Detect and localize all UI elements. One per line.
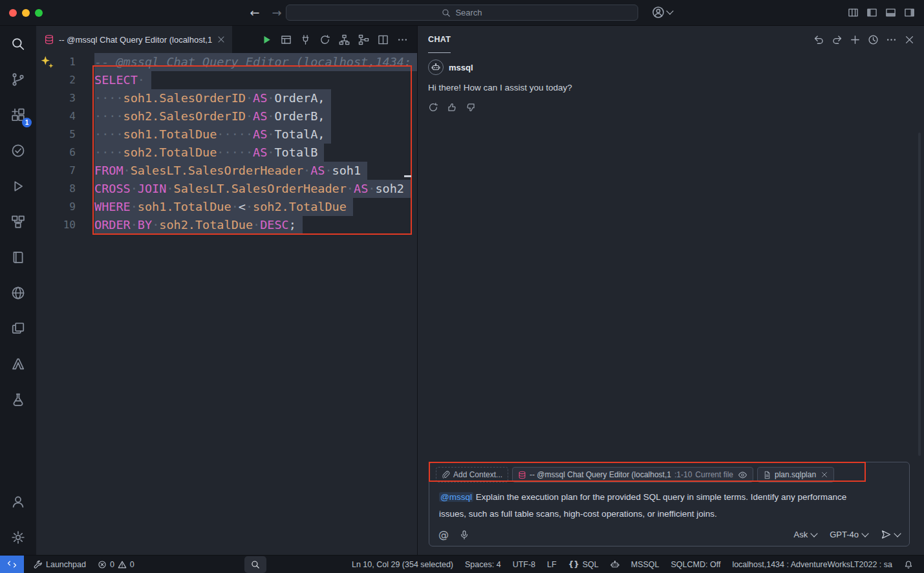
line-number: 4 (36, 107, 94, 125)
context-pill-current-file[interactable]: -- @mssql Chat Query Editor (localhost,1… (512, 467, 753, 482)
checklist-icon (11, 144, 25, 158)
cursor-position-status[interactable]: Ln 10, Col 29 (354 selected) (346, 556, 459, 573)
change-connection-icon[interactable] (319, 34, 330, 45)
chevron-down-icon (811, 530, 818, 537)
toggle-secondary-sidebar-icon[interactable] (904, 7, 915, 18)
close-window-button[interactable] (9, 9, 17, 17)
activity-top: 1 (0, 26, 36, 417)
toggle-sidebar-icon[interactable] (866, 7, 877, 18)
actual-plan-icon[interactable] (358, 34, 369, 45)
mssql-status[interactable]: MSSQL (625, 556, 665, 573)
connect-icon[interactable] (300, 34, 311, 45)
mention-icon[interactable]: @ (438, 530, 449, 540)
connection-status[interactable]: localhost,1434 : AdventureWorksLT2022 : … (726, 556, 898, 573)
code-editor[interactable]: 1-- @mssql Chat Query Editor (localhost,… (36, 53, 417, 555)
line-number: 10 (36, 216, 94, 234)
code-line[interactable]: 6····soh2.TotalDue·····AS·TotalB (36, 144, 417, 162)
scrollbar[interactable] (918, 133, 921, 456)
activity-item-remote-explorer[interactable] (0, 204, 36, 239)
model-dropdown[interactable]: GPT-4o (830, 530, 868, 539)
activity-item-github[interactable] (0, 275, 36, 310)
code-line[interactable]: 9WHERE·soh1.TotalDue·<·soh2.TotalDue (36, 198, 417, 216)
language-mode-status[interactable]: {}SQL (563, 556, 605, 573)
close-tab-icon[interactable] (217, 35, 226, 44)
code-line[interactable]: 10ORDER·BY·soh2.TotalDue·DESC; (36, 216, 417, 234)
warning-icon (118, 560, 127, 569)
activity-item-editor-copy[interactable] (0, 310, 36, 346)
notebook-icon (11, 250, 25, 265)
notifications-status[interactable] (898, 556, 919, 573)
more-actions-icon[interactable] (886, 34, 897, 45)
editor-tab[interactable]: -- @mssql Chat Query Editor (localhost,1 (36, 26, 232, 53)
activity-item-accounts[interactable] (0, 484, 36, 519)
code-line[interactable]: 8CROSS·JOIN·SalesLT.SalesOrderHeader·AS·… (36, 180, 417, 198)
code-line[interactable]: 7FROM·SalesLT.SalesOrderHeader·AS·soh1 (36, 162, 417, 180)
eol-status[interactable]: LF (541, 556, 563, 573)
chat-input-text[interactable]: @mssql Explain the execution plan for th… (436, 483, 861, 525)
chat-input-box[interactable]: Add Context... -- @mssql Chat Query Edit… (429, 462, 910, 546)
more-actions-icon[interactable] (397, 34, 408, 45)
back-icon[interactable]: ← (248, 6, 261, 19)
context-plan-label: plan.sqlplan (775, 470, 816, 479)
code-line[interactable]: 5····soh1.TotalDue·····AS·TotalA, (36, 125, 417, 144)
zoom-window-button[interactable] (35, 9, 43, 17)
forward-icon[interactable]: → (270, 6, 283, 19)
redo-icon[interactable] (832, 34, 843, 45)
code-line[interactable]: 2SELECT· (36, 71, 417, 89)
estimated-plan-icon[interactable] (339, 34, 350, 45)
chevron-down-icon (861, 530, 868, 537)
send-button[interactable] (881, 529, 900, 540)
mention-chip[interactable]: @mssql (439, 492, 473, 502)
toggle-panel-icon[interactable] (885, 7, 896, 18)
add-context-button[interactable]: Add Context... (436, 467, 508, 482)
context-file-title: -- @mssql Chat Query Editor (localhost,1 (530, 470, 671, 479)
line-number: 8 (36, 180, 94, 198)
regenerate-icon[interactable] (428, 102, 438, 113)
activity-bar: 1 (0, 26, 36, 555)
context-pill-plan[interactable]: plan.sqlplan (757, 467, 834, 482)
results-grid-icon[interactable] (281, 34, 292, 45)
thumbs-down-icon[interactable] (466, 102, 476, 113)
mode-dropdown[interactable]: Ask (794, 530, 817, 539)
eye-icon[interactable] (738, 470, 747, 480)
copilot-status[interactable] (605, 556, 625, 573)
sqlcmd-status[interactable]: SQLCMD: Off (665, 556, 727, 573)
code-line[interactable]: 1-- @mssql Chat Query Editor (localhost,… (36, 53, 417, 71)
copilot-icon (610, 560, 619, 569)
copilot-sparkle-icon[interactable] (40, 55, 54, 69)
new-chat-icon[interactable] (850, 34, 861, 45)
copilot-menu[interactable] (652, 6, 672, 19)
thumbs-up-icon[interactable] (447, 102, 457, 113)
code-line[interactable]: 3····soh1.SalesOrderID·AS·OrderA, (36, 89, 417, 107)
launchpad-status[interactable]: Launchpad (28, 556, 92, 573)
command-center-search[interactable]: Search (286, 5, 638, 21)
activity-item-database-projects[interactable] (0, 382, 36, 417)
zoom-indicator[interactable] (244, 556, 266, 573)
layout-columns-icon[interactable] (848, 7, 859, 18)
run-query-icon[interactable] (261, 34, 272, 45)
activity-item-azure[interactable] (0, 346, 36, 382)
activity-item-search[interactable] (0, 26, 36, 61)
indentation-status[interactable]: Spaces: 4 (459, 556, 507, 573)
activity-item-source-control[interactable] (0, 61, 36, 97)
minimize-window-button[interactable] (22, 9, 30, 17)
history-icon[interactable] (868, 34, 879, 45)
code-line[interactable]: 4····soh2.SalesOrderID·AS·OrderB, (36, 107, 417, 125)
problems-status[interactable]: 0 0 (92, 556, 140, 573)
activity-item-run-debug[interactable] (0, 168, 36, 204)
activity-item-settings[interactable] (0, 519, 36, 555)
tab-chat[interactable]: CHAT (428, 26, 451, 53)
activity-item-checklist[interactable] (0, 133, 36, 168)
split-editor-icon[interactable] (378, 34, 389, 45)
model-label: GPT-4o (830, 530, 859, 539)
microphone-icon[interactable] (459, 530, 469, 540)
close-icon[interactable] (904, 34, 915, 45)
remove-context-icon[interactable] (821, 471, 828, 479)
undo-icon[interactable] (813, 34, 824, 45)
remote-indicator[interactable] (0, 556, 24, 573)
encoding-status[interactable]: UTF-8 (507, 556, 541, 573)
magnifier-icon (251, 560, 260, 569)
activity-item-notebook[interactable] (0, 239, 36, 275)
chat-header: CHAT (418, 26, 924, 53)
activity-item-extensions[interactable]: 1 (0, 97, 36, 133)
